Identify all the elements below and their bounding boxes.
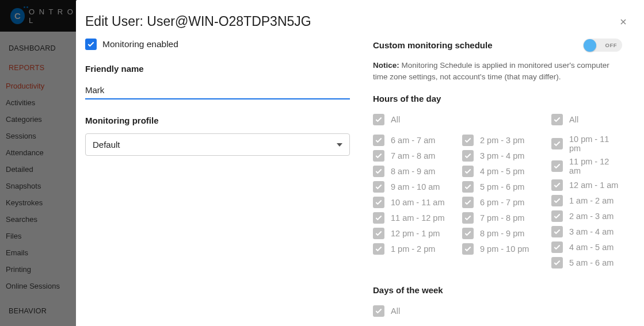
hour-checkbox[interactable]: [462, 243, 474, 255]
hour-label: 5 am - 6 am: [569, 258, 613, 267]
hour-label: 11 am - 12 pm: [391, 213, 445, 223]
hour-label: 5 pm - 6 pm: [480, 182, 524, 191]
hour-label: 7 am - 8 am: [391, 151, 435, 160]
friendly-name-input[interactable]: [85, 82, 350, 99]
toggle-text: OFF: [605, 42, 618, 48]
hour-checkbox[interactable]: [551, 210, 563, 222]
hour-checkbox[interactable]: [373, 212, 384, 224]
hour-label: 12 am - 1 am: [569, 181, 618, 190]
hour-label: 2 pm - 3 pm: [480, 136, 524, 145]
hour-label: 4 pm - 5 pm: [480, 167, 524, 176]
schedule-title: Custom monitoring schedule: [373, 40, 493, 50]
hour-checkbox[interactable]: [373, 228, 384, 239]
monitoring-profile-value: Default: [93, 140, 120, 149]
monitoring-enabled-label: Monitoring enabled: [102, 39, 178, 49]
hour-checkbox[interactable]: [551, 160, 563, 172]
hour-label: 6 pm - 7 pm: [480, 198, 524, 207]
hour-checkbox[interactable]: [551, 195, 563, 206]
hour-checkbox[interactable]: [373, 197, 384, 208]
hour-checkbox[interactable]: [551, 241, 563, 253]
close-icon[interactable]: [619, 17, 628, 29]
hours-all-label: All: [569, 115, 578, 124]
hour-label: 2 am - 3 am: [569, 212, 613, 221]
hour-checkbox[interactable]: [551, 138, 563, 149]
hour-checkbox[interactable]: [373, 181, 384, 193]
notice-bold: Notice:: [373, 61, 399, 70]
days-label: Days of the week: [373, 285, 622, 295]
hour-checkbox[interactable]: [462, 150, 474, 162]
hour-checkbox[interactable]: [462, 228, 474, 239]
monitoring-profile-label: Monitoring profile: [85, 116, 350, 125]
hour-checkbox[interactable]: [462, 135, 474, 146]
days-all-checkbox[interactable]: [373, 305, 384, 317]
hours-label: Hours of the day: [373, 94, 622, 103]
hour-checkbox[interactable]: [551, 257, 563, 269]
hour-label: 7 pm - 8 pm: [480, 213, 524, 223]
hour-checkbox[interactable]: [462, 197, 474, 208]
hour-label: 1 pm - 2 pm: [391, 244, 435, 254]
monitoring-profile-select[interactable]: Default: [85, 133, 350, 156]
notice-text: Monitoring Schedule is applied in monito…: [373, 61, 609, 81]
hour-label: 8 pm - 9 pm: [480, 229, 524, 238]
hour-label: 6 am - 7 am: [391, 136, 435, 145]
chevron-down-icon: [337, 143, 342, 147]
days-all-label: All: [391, 306, 400, 316]
hour-label: 9 am - 10 am: [391, 182, 440, 191]
monitoring-enabled-checkbox[interactable]: [85, 39, 97, 50]
hour-checkbox[interactable]: [373, 135, 384, 146]
hour-label: 9 pm - 10 pm: [480, 244, 529, 254]
schedule-notice: Notice: Monitoring Schedule is applied i…: [373, 60, 622, 82]
edit-user-modal: Edit User: User@WIN-O28TDP3N5JG Monitori…: [76, 0, 644, 326]
hour-label: 3 pm - 4 pm: [480, 151, 524, 160]
hour-checkbox[interactable]: [373, 243, 384, 255]
friendly-name-label: Friendly name: [85, 64, 350, 74]
hour-label: 10 pm - 11 pm: [569, 135, 622, 153]
hour-checkbox[interactable]: [551, 179, 563, 191]
toggle-knob-icon: [584, 39, 596, 52]
hour-label: 3 am - 4 am: [569, 227, 613, 236]
hours-all-label: All: [391, 115, 400, 124]
hours-all-checkbox-2[interactable]: [551, 114, 563, 125]
hour-label: 10 am - 11 am: [391, 198, 445, 207]
hour-checkbox[interactable]: [462, 181, 474, 193]
hour-checkbox[interactable]: [462, 212, 474, 224]
hour-checkbox[interactable]: [373, 150, 384, 162]
hour-checkbox[interactable]: [551, 226, 563, 237]
modal-title: Edit User: User@WIN-O28TDP3N5JG: [85, 14, 311, 29]
hour-label: 1 am - 2 am: [569, 196, 613, 205]
hour-label: 11 pm - 12 am: [569, 157, 622, 175]
hour-label: 4 am - 5 am: [569, 243, 613, 252]
schedule-toggle[interactable]: OFF: [583, 39, 622, 52]
hours-all-checkbox-1[interactable]: [373, 114, 384, 125]
hour-label: 12 pm - 1 pm: [391, 229, 440, 238]
hour-checkbox[interactable]: [462, 166, 474, 177]
hour-label: 8 am - 9 am: [391, 167, 435, 176]
hour-checkbox[interactable]: [373, 166, 384, 177]
